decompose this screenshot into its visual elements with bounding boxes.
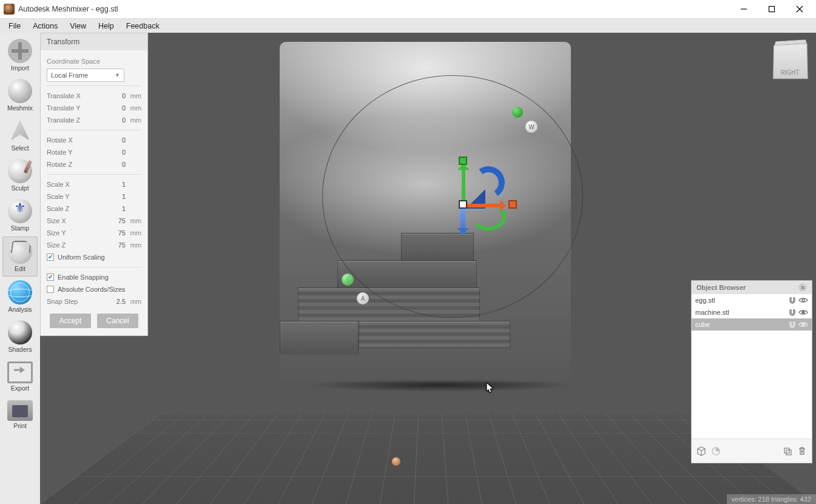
printer-icon: [7, 400, 33, 421]
left-toolbar: Import Meshmix Select Sculpt Stamp Edit …: [0, 33, 40, 504]
gizmo-w-handle[interactable]: W: [525, 121, 538, 133]
tool-analysis[interactable]: Analysis: [2, 278, 38, 317]
unit: mm: [126, 298, 141, 305]
rotate-y-label: Rotate Y: [47, 149, 104, 156]
tool-stamp[interactable]: Stamp: [2, 197, 38, 235]
tool-print[interactable]: Print: [2, 397, 38, 433]
duplicate-icon[interactable]: [783, 446, 792, 456]
translate-y-label: Translate Y: [47, 104, 104, 112]
menu-actions[interactable]: Actions: [27, 20, 64, 32]
shader-sphere-icon: [8, 320, 32, 344]
size-y-label: Size Y: [47, 229, 104, 237]
tool-sculpt[interactable]: Sculpt: [2, 156, 38, 195]
uniform-scaling-checkbox[interactable]: Uniform Scaling: [47, 251, 141, 263]
eye-icon[interactable]: [798, 295, 808, 305]
rotate-z-value[interactable]: 0: [104, 161, 126, 168]
translate-y-value[interactable]: 0: [104, 104, 126, 112]
gizmo-l-handle[interactable]: [512, 107, 523, 118]
size-x-value[interactable]: 75: [104, 217, 126, 224]
gizmo-x-scale-handle[interactable]: [508, 200, 517, 209]
unit: mm: [126, 104, 141, 112]
plus-icon: [8, 39, 32, 63]
scale-y-label: Scale Y: [47, 193, 104, 200]
trash-icon[interactable]: [797, 446, 807, 456]
object-row-cube[interactable]: cube: [692, 318, 812, 331]
select-value: Local Frame: [51, 72, 88, 79]
title-bar: Autodesk Meshmixer - egg.stl: [0, 0, 816, 18]
svg-point-5: [802, 311, 804, 314]
checkbox-label: Enable Snapping: [58, 274, 109, 281]
3d-viewport[interactable]: W S A RIGHT Object Browser ✕: [40, 33, 816, 504]
accept-button[interactable]: Accept: [50, 314, 91, 328]
caret-down-icon: ▼: [115, 72, 120, 78]
status-bar: vertices: 218 triangles: 432: [727, 494, 816, 504]
gizmo-center-handle[interactable]: [459, 200, 467, 209]
translate-z-value[interactable]: 0: [104, 116, 126, 124]
rotate-y-value[interactable]: 0: [104, 149, 126, 156]
gizmo-a-handle[interactable]: A: [357, 292, 369, 304]
scale-x-value[interactable]: 1: [104, 181, 126, 188]
object-name: machine.stl: [695, 309, 786, 316]
head-sphere-icon: [8, 79, 32, 103]
tool-meshmix[interactable]: Meshmix: [2, 76, 38, 115]
magnet-icon[interactable]: [787, 295, 797, 305]
tool-shaders[interactable]: Shaders: [2, 318, 38, 357]
coord-space-select[interactable]: Local Frame ▼: [47, 69, 124, 82]
rotate-z-label: Rotate Z: [47, 161, 104, 168]
transform-gizmo[interactable]: [428, 160, 501, 233]
scale-y-value[interactable]: 1: [104, 193, 126, 200]
piechart-icon[interactable]: [711, 446, 721, 456]
gizmo-y-scale-handle[interactable]: [459, 156, 467, 165]
window-maximize-button[interactable]: [758, 0, 786, 18]
object-browser-footer: [692, 438, 812, 463]
object-name: egg.stl: [695, 297, 786, 304]
rotate-x-value[interactable]: 0: [104, 136, 126, 144]
gizmo-x-axis[interactable]: [464, 204, 505, 207]
object-row-machine[interactable]: machine.stl: [692, 306, 812, 318]
tool-label: Select: [2, 144, 38, 152]
tool-label: Export: [2, 385, 38, 392]
tool-edit[interactable]: Edit: [2, 237, 38, 277]
tool-label: Edit: [3, 265, 37, 272]
size-x-label: Size X: [47, 217, 104, 224]
snapstep-value[interactable]: 2.5: [104, 298, 126, 305]
cube-icon[interactable]: [696, 446, 706, 456]
object-row-egg[interactable]: egg.stl: [692, 294, 812, 306]
checkbox-icon: [47, 254, 54, 261]
absolute-coords-checkbox[interactable]: Absolute Coords/Sizes: [47, 283, 141, 295]
close-icon[interactable]: ✕: [798, 283, 807, 292]
window-close-button[interactable]: [786, 0, 814, 18]
enable-snapping-checkbox[interactable]: Enable Snapping: [47, 271, 141, 283]
svg-rect-8: [784, 448, 789, 453]
tool-select[interactable]: Select: [2, 116, 38, 155]
menu-view[interactable]: View: [64, 20, 92, 32]
tool-export[interactable]: Export: [2, 358, 38, 395]
panel-title: Transform: [41, 33, 147, 50]
menu-bar: File Actions View Help Feedback: [0, 18, 816, 33]
gizmo-s-handle[interactable]: S: [342, 274, 354, 286]
size-z-value[interactable]: 75: [104, 241, 126, 249]
view-cube[interactable]: RIGHT: [772, 44, 808, 79]
window-minimize-button[interactable]: [730, 0, 758, 18]
magnet-icon[interactable]: [787, 307, 797, 317]
menu-file[interactable]: File: [2, 20, 27, 32]
eye-icon[interactable]: [798, 320, 808, 329]
size-y-value[interactable]: 75: [104, 229, 126, 237]
eye-icon[interactable]: [798, 307, 808, 317]
magnet-icon[interactable]: [787, 320, 797, 329]
cancel-button[interactable]: Cancel: [97, 314, 138, 328]
transform-panel: Transform Coordinate Space Local Frame ▼…: [40, 33, 148, 336]
object-browser-header[interactable]: Object Browser ✕: [692, 281, 812, 294]
menu-feedback[interactable]: Feedback: [120, 20, 166, 32]
object-browser-panel: Object Browser ✕ egg.stl machine.stl cub…: [691, 280, 812, 463]
tool-label: Meshmix: [2, 104, 38, 112]
svg-point-6: [802, 323, 804, 326]
unit: mm: [126, 241, 141, 249]
tool-import[interactable]: Import: [2, 36, 38, 75]
viewcube-right-face[interactable]: RIGHT: [773, 43, 808, 79]
scale-z-value[interactable]: 1: [104, 205, 126, 212]
object-browser-title: Object Browser: [696, 284, 746, 291]
translate-x-value[interactable]: 0: [104, 92, 126, 99]
content-area: Import Meshmix Select Sculpt Stamp Edit …: [0, 33, 816, 504]
menu-help[interactable]: Help: [92, 20, 120, 32]
